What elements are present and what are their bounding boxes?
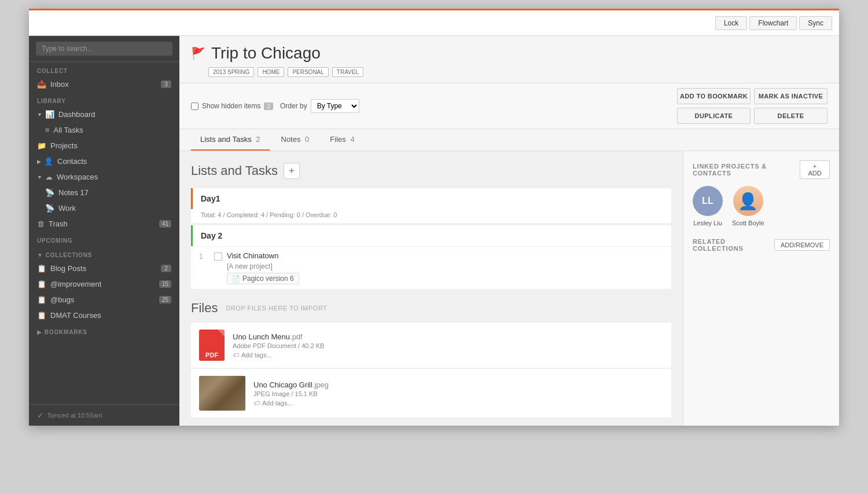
sidebar-item-blogposts[interactable]: 📋 Blog Posts 2 bbox=[29, 261, 179, 276]
bookmarks-triangle-icon: ▶ bbox=[37, 329, 42, 335]
lock-button[interactable]: Lock bbox=[715, 16, 747, 30]
inbox-label: Inbox bbox=[50, 80, 69, 89]
workspaces-icon: ☁ bbox=[45, 173, 53, 181]
add-linked-button[interactable]: + ADD bbox=[800, 160, 830, 179]
related-collections-section: RELATED COLLECTIONS ADD/REMOVE bbox=[693, 238, 830, 252]
right-panel: LINKED PROJECTS & CONTACTS + ADD LL Lesl… bbox=[683, 151, 839, 426]
search-input[interactable] bbox=[36, 42, 172, 56]
duplicate-button[interactable]: DUPLICATE bbox=[677, 108, 751, 124]
task-link-pagico[interactable]: 📄 Pagico version 6 bbox=[227, 273, 299, 284]
file-item-jpeg[interactable]: Uno Chicago Grill.jpeg JPEG Image / 15.1… bbox=[191, 369, 671, 418]
lists-and-tasks-header: Lists and Tasks + bbox=[191, 163, 671, 179]
task-group-day2-header[interactable]: Day 2 bbox=[191, 225, 671, 246]
trash-label: Trash bbox=[49, 219, 68, 228]
file-thumbnail-jpeg bbox=[199, 376, 245, 411]
file-meta-pdf: Adobe PDF Document / 40.2 KB bbox=[233, 342, 663, 349]
add-bookmark-button[interactable]: ADD TO BOOKMARK bbox=[677, 88, 751, 104]
mark-inactive-button[interactable]: MARK AS INACTIVE bbox=[754, 88, 827, 104]
blogposts-label: Blog Posts bbox=[50, 264, 86, 273]
contact-item-lesleyliu[interactable]: LL Lesley Liu bbox=[693, 186, 723, 226]
sidebar-item-alltasks[interactable]: ≡ All Tasks bbox=[29, 122, 179, 138]
sidebar-item-projects[interactable]: 📁 Projects bbox=[29, 138, 179, 153]
triangle-workspaces-icon: ▼ bbox=[37, 174, 42, 180]
contacts-row: LL Lesley Liu 👤 Scott Boyle bbox=[693, 186, 830, 226]
triangle-icon: ▼ bbox=[37, 112, 42, 118]
notes17-label: Notes 17 bbox=[58, 188, 89, 197]
tag-2013spring[interactable]: 2013 SPRING bbox=[208, 67, 254, 77]
collections-triangle-icon: ▼ bbox=[37, 252, 43, 258]
inbox-icon: 📥 bbox=[37, 80, 46, 89]
task-group-day1-meta: Total: 4 / Completed: 4 / Pending: 0 / O… bbox=[191, 209, 671, 223]
improvement-label: @improvement bbox=[50, 280, 101, 288]
tab-lists-and-tasks[interactable]: Lists and Tasks 2 bbox=[191, 129, 270, 151]
contact-name-lesleyliu: Lesley Liu bbox=[693, 219, 722, 226]
task-group-day1-header[interactable]: Day1 bbox=[191, 188, 671, 209]
sidebar-item-improvement[interactable]: 📋 @improvement 15 bbox=[29, 276, 179, 292]
improvement-badge: 15 bbox=[159, 280, 171, 288]
order-by-label: Order by bbox=[280, 102, 307, 110]
file-info-pdf: Uno Lunch Menu.pdf Adobe PDF Document / … bbox=[233, 332, 663, 358]
tab-files[interactable]: Files 4 bbox=[321, 129, 363, 151]
task-content-visitchinatown: Visit Chinatown [A new project] 📄 Pagico… bbox=[227, 251, 663, 284]
sidebar-item-inbox[interactable]: 📥 Inbox 3 bbox=[29, 76, 179, 92]
file-item-pdf[interactable]: PDF Uno Lunch Menu.pdf Adobe PDF Documen… bbox=[191, 323, 671, 368]
tab-files-label: Files bbox=[330, 135, 345, 144]
file-name-jpeg: Uno Chicago Grill.jpeg bbox=[253, 380, 663, 389]
sidebar-item-notes17[interactable]: 📡 Notes 17 bbox=[29, 185, 179, 200]
linked-section-header: LINKED PROJECTS & CONTACTS + ADD bbox=[693, 160, 830, 179]
tag-home[interactable]: HOME bbox=[258, 67, 284, 77]
add-task-button[interactable]: + bbox=[284, 163, 300, 179]
sidebar-item-workspaces[interactable]: ▼ ☁ Workspaces bbox=[29, 169, 179, 185]
sidebar-item-dmatcourses[interactable]: 📋 DMAT Courses bbox=[29, 308, 179, 323]
sidebar: COLLECT 📥 Inbox 3 LIBRARY ▼ 📊 Dashboard … bbox=[29, 36, 179, 426]
show-hidden-checkbox[interactable] bbox=[191, 103, 198, 110]
sidebar-item-bugs[interactable]: 📋 @bugs 25 bbox=[29, 292, 179, 308]
tag-icon-pdf: 🏷 bbox=[233, 352, 239, 358]
order-by-container: Order by By Type By Date By Name bbox=[280, 99, 359, 113]
tab-lists-label: Lists and Tasks bbox=[200, 135, 252, 144]
tag-personal[interactable]: PERSONAL bbox=[288, 67, 328, 77]
lists-and-tasks-title: Lists and Tasks bbox=[191, 163, 278, 178]
task-num-1: 1 bbox=[199, 251, 208, 261]
library-section-label: LIBRARY bbox=[29, 92, 179, 107]
sidebar-footer: ✓ Synced at 10:55am bbox=[29, 404, 179, 426]
order-by-select[interactable]: By Type By Date By Name bbox=[311, 99, 359, 113]
app-window: Lock Flowchart Sync COLLECT 📥 Inbox 3 LI… bbox=[29, 9, 839, 426]
content-toolbar: Show hidden items 2 Order by By Type By … bbox=[179, 83, 839, 129]
file-tags-add-pdf[interactable]: Add tags... bbox=[241, 352, 272, 358]
flag-icon: 🚩 bbox=[191, 46, 205, 60]
task-checkbox-visitchinatown[interactable] bbox=[214, 253, 222, 261]
drop-hint: DROP FILES HERE TO IMPORT bbox=[226, 305, 327, 312]
add-remove-button[interactable]: ADD/REMOVE bbox=[774, 239, 830, 251]
pdf-icon: PDF bbox=[199, 330, 225, 361]
related-section-header: RELATED COLLECTIONS ADD/REMOVE bbox=[693, 238, 830, 252]
sync-status-text: Synced at 10:55am bbox=[47, 412, 102, 419]
task-group-day1-title: Day1 bbox=[201, 194, 220, 203]
improvement-icon: 📋 bbox=[37, 280, 46, 288]
alltasks-label: All Tasks bbox=[54, 126, 83, 134]
delete-button[interactable]: DELETE bbox=[754, 108, 827, 124]
tag-travel[interactable]: TRAVEL bbox=[332, 67, 363, 77]
file-tags-add-jpeg[interactable]: Add tags... bbox=[262, 400, 293, 407]
bugs-badge: 25 bbox=[159, 296, 171, 303]
tab-notes-count: 0 bbox=[305, 135, 309, 144]
trash-icon: 🗑 bbox=[37, 219, 45, 228]
flowchart-button[interactable]: Flowchart bbox=[749, 16, 797, 30]
collections-section-label: ▼ COLLECTIONS bbox=[29, 246, 179, 261]
task-name-visitchinatown: Visit Chinatown bbox=[227, 251, 663, 260]
contact-item-scottboyle[interactable]: 👤 Scott Boyle bbox=[732, 186, 764, 226]
show-hidden-container: Show hidden items 2 bbox=[191, 102, 273, 110]
content-area: 🚩 Trip to Chicago 2013 SPRING HOME PERSO… bbox=[179, 36, 839, 426]
tab-notes[interactable]: Notes 0 bbox=[272, 129, 319, 151]
sidebar-item-work[interactable]: 📡 Work bbox=[29, 200, 179, 216]
trash-badge: 41 bbox=[159, 220, 171, 228]
sync-button[interactable]: Sync bbox=[799, 16, 832, 30]
tab-lists-count: 2 bbox=[256, 135, 260, 144]
sidebar-item-contacts[interactable]: ▶ 👤 Contacts bbox=[29, 153, 179, 169]
contact-initials-lesleyliu: LL bbox=[702, 196, 713, 206]
sidebar-item-dashboard[interactable]: ▼ 📊 Dashboard bbox=[29, 107, 179, 122]
content-main: Lists and Tasks + Day1 Total: 4 / Comple… bbox=[179, 151, 839, 426]
top-bar: Lock Flowchart Sync bbox=[29, 10, 839, 36]
sidebar-item-trash[interactable]: 🗑 Trash 41 bbox=[29, 216, 179, 232]
task-link-label: Pagico version 6 bbox=[242, 275, 294, 283]
